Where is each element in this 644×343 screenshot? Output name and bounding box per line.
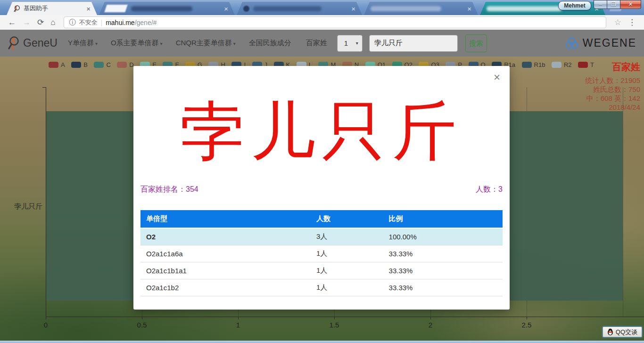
geneu-logo-icon — [8, 36, 20, 50]
qq-chat-label: QQ交谈 — [616, 328, 637, 336]
legend-swatch — [552, 62, 561, 68]
url-path: /gene/# — [135, 19, 157, 26]
tab-close-icon[interactable]: × — [351, 5, 355, 13]
legend-item[interactable]: R1b — [522, 61, 545, 68]
caret-down-icon: ▾ — [160, 41, 163, 46]
home-icon[interactable]: ⌂ — [50, 18, 55, 27]
chart-y-axis-cap — [42, 87, 46, 88]
nav-menus: Y单倍群▾O系主要单倍群▾CNQR主要单倍群▾全国民族成分百家姓 — [68, 39, 329, 48]
bookmark-star-icon[interactable]: ☆ — [614, 17, 621, 27]
chart-x-tick — [430, 317, 431, 319]
tab-close-icon[interactable]: × — [86, 5, 91, 13]
redacted-title — [487, 6, 562, 11]
site-navbar: GeneU Y单倍群▾O系主要单倍群▾CNQR主要单倍群▾全国民族成分百家姓 1… — [0, 30, 644, 57]
stats-block: 统计人数：21905姓氏总数：750中：608 英：1422018/4/24 — [585, 76, 640, 112]
table-header-row: 单倍型 人数 比例 — [140, 210, 503, 228]
table-row: O2a1c1a6a 1人 33.33% — [140, 245, 503, 262]
qq-chat-button[interactable]: QQ交谈 — [603, 327, 642, 337]
profile-button[interactable]: Mehmet — [558, 1, 591, 10]
tab-strip: 基因助手 × × × × × Mehmet – ❐ ✕ — [0, 0, 644, 15]
nav-menu-item[interactable]: 全国民族成分 — [249, 39, 293, 48]
info-icon[interactable]: ⓘ — [69, 18, 76, 27]
cell-ratio: 33.33% — [383, 279, 503, 296]
chart-x-tick-label: 2 — [420, 321, 441, 329]
legend-swatch — [94, 62, 104, 68]
forward-icon[interactable]: → — [23, 18, 31, 27]
cell-count: 1人 — [311, 262, 383, 279]
legend-item[interactable]: A — [49, 61, 65, 68]
table-row: O2a1c1b2 1人 33.33% — [140, 279, 503, 296]
chart-x-tick — [142, 317, 142, 319]
url-host: mahui.me — [106, 19, 134, 26]
count-label: 人数：3 — [476, 185, 503, 195]
surname-search-input[interactable] — [369, 35, 458, 52]
chart-x-tick — [46, 317, 46, 319]
nav-menu-item[interactable]: CNQR主要单倍群▾ — [176, 39, 236, 48]
tab-close-icon[interactable]: × — [224, 5, 228, 13]
chart-y-axis — [46, 87, 46, 317]
wegene-name: WEGENE — [583, 37, 636, 49]
legend-item[interactable]: T — [578, 61, 594, 68]
legend-item[interactable]: R2 — [552, 61, 572, 68]
page-title: 百家姓 — [612, 61, 640, 74]
qq-penguin-icon — [607, 328, 613, 335]
window-controls: – ❐ ✕ — [594, 0, 641, 9]
geneu-brand[interactable]: GeneU — [8, 36, 58, 50]
redacted-tab[interactable]: × — [99, 2, 235, 15]
search-button[interactable]: 搜索 — [465, 34, 487, 52]
cell-haplogroup: O2a1c1b1a1 — [140, 262, 311, 279]
redacted-title — [253, 6, 322, 11]
table-row: O2 3人 100.00% — [140, 228, 503, 245]
chart-gridline — [623, 87, 623, 317]
reload-icon[interactable]: ⟳ — [37, 17, 44, 27]
legend-item[interactable]: C — [94, 61, 110, 68]
tab-title: 基因助手 — [24, 4, 83, 13]
stats-line: 统计人数：21905 — [585, 76, 640, 85]
wegene-brand[interactable]: WEGENE — [565, 37, 636, 50]
nav-menu-item[interactable]: O系主要单倍群▾ — [111, 39, 163, 48]
nav-menu-item[interactable]: 百家姓 — [306, 39, 329, 48]
browser-toolbar: ← → ⟳ ⌂ ⓘ 不安全 | mahui.me/gene/# ☆ ⋮ — [0, 15, 644, 30]
cell-ratio: 33.33% — [383, 245, 503, 262]
cell-ratio: 100.00% — [383, 228, 503, 245]
cell-haplogroup: O2 — [140, 228, 311, 245]
redacted-tab[interactable]: × — [237, 2, 362, 15]
minimize-button[interactable]: – — [594, 0, 607, 9]
tab-close-icon[interactable]: × — [467, 5, 471, 13]
tab-active[interactable]: 基因助手 × — [7, 2, 97, 15]
stats-line: 姓氏总数：750 — [585, 85, 640, 94]
chart-x-tick-label: 1.5 — [324, 321, 345, 329]
stats-line: 中：608 英：142 — [585, 94, 640, 103]
caret-down-icon: ▾ — [356, 41, 358, 46]
legend-item[interactable]: B — [71, 61, 88, 68]
stats-line: 2018/4/24 — [585, 103, 640, 112]
browser-menu-icon[interactable]: ⋮ — [628, 17, 636, 27]
legend-swatch — [578, 62, 588, 68]
legend-item[interactable]: D — [117, 61, 133, 68]
chart-x-tick — [334, 317, 335, 319]
cell-count: 1人 — [311, 245, 383, 262]
chart-x-tick-label: 0.5 — [132, 321, 152, 329]
redacted-tab[interactable]: × — [364, 2, 478, 15]
chart-x-tick — [238, 317, 239, 319]
nav-menu-item[interactable]: Y单倍群▾ — [68, 39, 98, 48]
table-row: O2a1c1b1a1 1人 33.33% — [140, 262, 503, 279]
back-icon[interactable]: ← — [8, 18, 16, 27]
modal-meta: 百家姓排名：354 人数：3 — [140, 185, 503, 195]
chart-x-tick-label: 0 — [35, 321, 56, 329]
col-haplogroup: 单倍型 — [140, 210, 311, 228]
close-window-button[interactable]: ✕ — [620, 0, 641, 9]
cell-haplogroup: O2a1c1b2 — [140, 279, 311, 296]
maximize-button[interactable]: ❐ — [607, 0, 620, 9]
col-ratio: 比例 — [383, 210, 503, 228]
address-bar[interactable]: ⓘ 不安全 | mahui.me/gene/# — [64, 16, 606, 28]
redacted-title — [371, 6, 441, 11]
surname-title: 孛儿只斤 — [133, 81, 510, 181]
redacted-title — [131, 6, 192, 11]
chart-x-tick-label: 2.5 — [516, 321, 537, 329]
cell-ratio: 33.33% — [383, 262, 503, 279]
page-number-select[interactable]: 1 ▾ — [337, 35, 363, 52]
cell-haplogroup: O2a1c1a6a — [140, 245, 311, 262]
rank-label: 百家姓排名：354 — [140, 185, 198, 195]
haplogroup-table: 单倍型 人数 比例 O2 3人 100.00% O2a1c1a6a 1人 33.… — [140, 210, 503, 296]
